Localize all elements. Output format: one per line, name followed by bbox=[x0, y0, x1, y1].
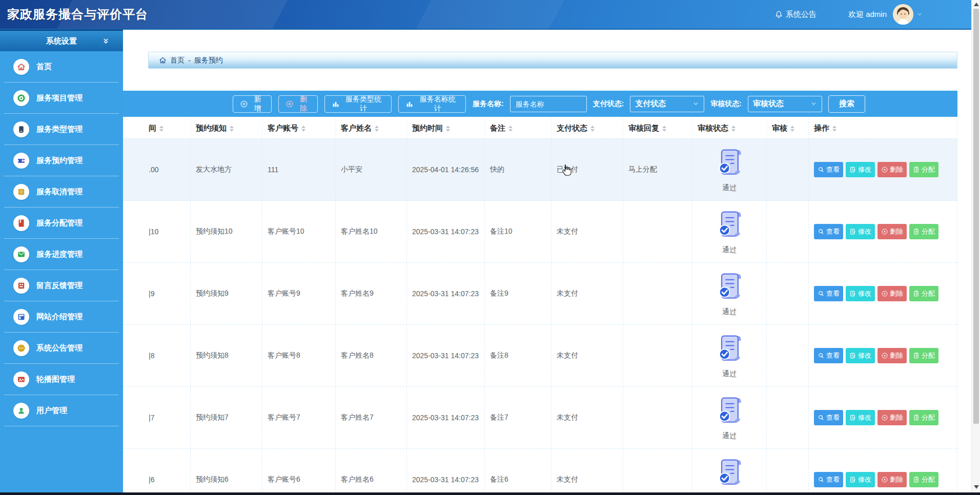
row-delete-button[interactable]: 删除 bbox=[877, 224, 907, 239]
breadcrumb-home-link[interactable]: 首页 bbox=[170, 56, 185, 65]
add-button[interactable]: 新增 bbox=[233, 95, 272, 113]
scroll-down-arrow[interactable] bbox=[974, 485, 979, 489]
announcement-link[interactable]: 系统公告 bbox=[774, 10, 816, 19]
sidebar-item-user[interactable]: 用户管理 bbox=[0, 395, 123, 426]
cell-notice: 预约须知6 bbox=[191, 449, 262, 495]
row-view-button[interactable]: 查看 bbox=[814, 224, 843, 239]
sort-icon[interactable] bbox=[832, 126, 836, 132]
cell-remark: 备注10 bbox=[485, 201, 552, 262]
row-assign-button[interactable]: 分配 bbox=[909, 162, 938, 177]
sort-icon[interactable] bbox=[731, 126, 736, 132]
service-name-input[interactable] bbox=[510, 96, 587, 112]
row-edit-button[interactable]: 修改 bbox=[846, 410, 875, 425]
column-header: 客户账号 bbox=[262, 118, 336, 138]
audit-status-select[interactable]: 审核状态 bbox=[748, 96, 822, 112]
row-edit-button[interactable]: 修改 bbox=[846, 286, 875, 301]
sidebar-item-announcement[interactable]: 系统公告管理 bbox=[0, 333, 123, 364]
sort-icon[interactable] bbox=[508, 126, 513, 132]
row-delete-button[interactable]: 删除 bbox=[877, 162, 907, 177]
sidebar-item-carousel[interactable]: 轮播图管理 bbox=[0, 364, 123, 395]
name-stats-button[interactable]: 服务名称统计 bbox=[398, 95, 466, 113]
row-view-button[interactable]: 查看 bbox=[814, 286, 843, 301]
audit-pass-icon bbox=[716, 271, 743, 303]
delete-button[interactable]: 删除 bbox=[278, 95, 317, 113]
sort-icon[interactable] bbox=[375, 126, 379, 132]
row-edit-button[interactable]: 修改 bbox=[846, 472, 875, 487]
row-delete-button[interactable]: 删除 bbox=[877, 410, 907, 425]
sidebar-item-label: 首页 bbox=[36, 62, 52, 72]
sidebar-section-header[interactable]: 系统设置 bbox=[0, 30, 123, 51]
row-assign-button[interactable]: 分配 bbox=[909, 348, 938, 363]
table-row[interactable]: .00发大水地方111小平安2025-04-01 14:26:56快的已支付马上… bbox=[123, 139, 957, 201]
cell-reply bbox=[623, 325, 692, 386]
row-assign-button[interactable]: 分配 bbox=[909, 472, 938, 487]
cell-pay: 已支付 bbox=[552, 139, 623, 200]
clipboard-icon bbox=[913, 476, 920, 483]
main-content: 首页 - 服务预约 新增 删除 服务类型统计 服务名称统计 服务名称: 支付状态… bbox=[123, 30, 971, 495]
sort-icon[interactable] bbox=[662, 126, 666, 132]
cell-remark: 备注7 bbox=[485, 387, 552, 448]
cell-audit-status: 通过 bbox=[692, 449, 767, 495]
table-row[interactable]: |7预约须知7客户账号7客户姓名72025-03-31 14:07:23备注7未… bbox=[123, 387, 957, 449]
row-view-button[interactable]: 查看 bbox=[814, 410, 843, 425]
chevron-down-icon[interactable] bbox=[916, 11, 923, 17]
magnifier-icon bbox=[818, 228, 825, 235]
cell-time: 2025-03-31 14:07:23 bbox=[407, 201, 485, 262]
sidebar-item-service-assign[interactable]: 服务分配管理 bbox=[0, 208, 123, 239]
clipboard-icon bbox=[913, 290, 920, 297]
cell-remark: 备注9 bbox=[485, 263, 552, 324]
sidebar-item-service-progress[interactable]: 服务进度管理 bbox=[0, 239, 123, 270]
sidebar-item-service-booking[interactable]: 服务预约管理 bbox=[0, 145, 123, 176]
bar-chart-icon bbox=[332, 100, 340, 108]
x-circle-icon bbox=[285, 100, 294, 108]
vertical-scrollbar[interactable] bbox=[971, 0, 980, 492]
row-edit-button[interactable]: 修改 bbox=[846, 348, 875, 363]
book-icon bbox=[17, 219, 26, 228]
audit-pass-icon bbox=[716, 147, 743, 179]
sidebar-item-home[interactable]: 首页 bbox=[0, 51, 123, 82]
sidebar-item-website-intro[interactable]: 网站介绍管理 bbox=[0, 301, 123, 333]
row-delete-button[interactable]: 删除 bbox=[877, 472, 907, 487]
clipboard-icon bbox=[913, 166, 920, 173]
cell-name: 客户姓名7 bbox=[336, 387, 407, 448]
edit-doc-icon bbox=[849, 228, 856, 235]
row-delete-button[interactable]: 删除 bbox=[877, 348, 907, 363]
sort-icon[interactable] bbox=[301, 126, 305, 132]
sort-icon[interactable] bbox=[446, 126, 450, 132]
sidebar-item-service-type[interactable]: 服务类型管理 bbox=[0, 114, 123, 145]
scroll-up-arrow[interactable] bbox=[974, 3, 979, 6]
cell-notice: 预约须知9 bbox=[191, 263, 262, 324]
avatar[interactable] bbox=[893, 4, 913, 25]
row-view-button[interactable]: 查看 bbox=[814, 348, 843, 363]
plus-circle-icon bbox=[240, 100, 248, 108]
row-edit-button[interactable]: 修改 bbox=[846, 162, 875, 177]
row-delete-button[interactable]: 删除 bbox=[877, 286, 907, 301]
sort-icon[interactable] bbox=[230, 126, 234, 132]
scrollbar-thumb[interactable] bbox=[973, 9, 979, 424]
table-row[interactable]: |8预约须知8客户账号8客户姓名82025-03-31 14:07:23备注8未… bbox=[123, 325, 957, 387]
sort-icon[interactable] bbox=[790, 126, 794, 132]
sidebar-item-feedback[interactable]: 留言反馈管理 bbox=[0, 270, 123, 301]
bookings-table: 间 预约须知 客户账号 客户姓名 预约时间 备注 支付状态 审核回复 审核状态 bbox=[123, 118, 957, 495]
sidebar-menu: 首页 服务项目管理 服务类型管理 服务预约管理 服务取消管理 服务分配管理 服务… bbox=[0, 51, 123, 426]
sidebar-item-service-project[interactable]: 服务项目管理 bbox=[0, 82, 123, 114]
type-stats-button[interactable]: 服务类型统计 bbox=[324, 95, 392, 113]
row-assign-button[interactable]: 分配 bbox=[909, 224, 938, 239]
row-assign-button[interactable]: 分配 bbox=[909, 286, 938, 301]
cell-pay: 未支付 bbox=[552, 387, 623, 448]
cell-account: 客户账号10 bbox=[262, 201, 336, 262]
sidebar-item-label: 服务预约管理 bbox=[36, 156, 83, 166]
table-row[interactable]: |10预约须知10客户账号10客户姓名102025-03-31 14:07:23… bbox=[123, 201, 957, 263]
row-assign-button[interactable]: 分配 bbox=[909, 410, 938, 425]
search-button[interactable]: 搜索 bbox=[828, 95, 865, 113]
row-view-button[interactable]: 查看 bbox=[814, 162, 843, 177]
row-view-button[interactable]: 查看 bbox=[814, 472, 843, 487]
sort-icon[interactable] bbox=[159, 126, 164, 132]
square-icon bbox=[17, 188, 26, 196]
table-row[interactable]: |9预约须知9客户账号9客户姓名92025-03-31 14:07:23备注9未… bbox=[123, 263, 957, 325]
row-edit-button[interactable]: 修改 bbox=[846, 224, 875, 239]
pay-status-select[interactable]: 支付状态 bbox=[630, 96, 704, 112]
sort-icon[interactable] bbox=[590, 126, 595, 132]
sidebar-item-service-cancel[interactable]: 服务取消管理 bbox=[0, 176, 123, 208]
table-row[interactable]: |6预约须知6客户账号6客户姓名62025-03-31 14:07:23备注6未… bbox=[123, 449, 957, 495]
